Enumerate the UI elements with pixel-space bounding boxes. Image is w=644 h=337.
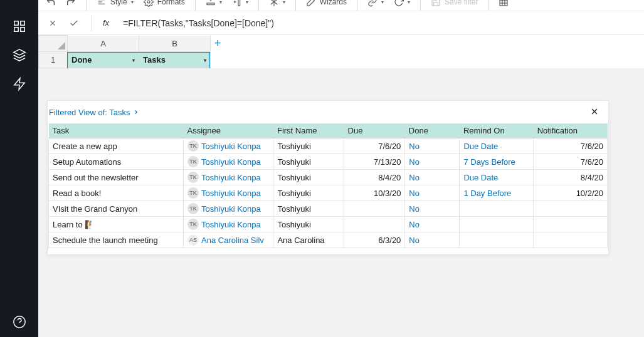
- confirm-formula-button[interactable]: [68, 18, 80, 29]
- cell-assignee[interactable]: ASAna Carolina Silv: [184, 232, 273, 248]
- column-header-b[interactable]: B: [139, 36, 211, 52]
- cell-remind[interactable]: Due Date: [460, 170, 534, 185]
- cancel-formula-button[interactable]: [47, 18, 58, 29]
- cell-done[interactable]: No: [405, 154, 460, 170]
- table-row[interactable]: VIsit the Grand CanyonTKToshiyuki KonpaT…: [49, 201, 608, 217]
- cell-done[interactable]: No: [405, 232, 460, 248]
- cell-assignee[interactable]: TKToshiyuki Konpa: [184, 138, 273, 154]
- insert-row-button[interactable]: ▾: [206, 0, 222, 8]
- add-column-button[interactable]: +: [211, 36, 230, 52]
- insert-col-button[interactable]: ▾: [232, 0, 248, 8]
- table-row[interactable]: Create a new appTKToshiyuki KonpaToshiyu…: [49, 138, 608, 154]
- cell-remind[interactable]: [460, 201, 534, 217]
- cell-task[interactable]: Setup Automations: [49, 154, 184, 170]
- cell-done[interactable]: No: [405, 138, 460, 154]
- wizards-dropdown[interactable]: Wizards: [306, 0, 347, 8]
- cell-first-name[interactable]: Toshiyuki: [273, 201, 344, 217]
- cell-done[interactable]: No: [405, 170, 460, 185]
- cell-task[interactable]: VIsit the Grand Canyon: [49, 201, 184, 217]
- cell-due[interactable]: [344, 217, 405, 232]
- cell-due[interactable]: 7/6/20: [344, 138, 405, 154]
- filtered-view-title[interactable]: Filtered View of: Tasks: [49, 108, 139, 117]
- avatar: TK: [187, 172, 199, 183]
- formats-dropdown[interactable]: Formats: [144, 0, 185, 8]
- sidebar-automation-icon[interactable]: [11, 75, 28, 93]
- cell-task[interactable]: Create a new app: [49, 138, 184, 154]
- row-header-1[interactable]: 1: [39, 52, 68, 68]
- cell-remind[interactable]: [460, 232, 534, 248]
- cell-assignee[interactable]: TKToshiyuki Konpa: [184, 154, 273, 170]
- avatar: TK: [187, 203, 199, 214]
- col-assignee[interactable]: Assignee: [184, 123, 273, 138]
- col-due[interactable]: Due: [344, 123, 405, 138]
- cell-assignee[interactable]: TKToshiyuki Konpa: [184, 170, 273, 185]
- filtered-table: Task Assignee First Name Due Done Remind…: [48, 123, 608, 248]
- cell-remind[interactable]: Due Date: [460, 138, 534, 154]
- cell-due[interactable]: 6/3/20: [344, 232, 405, 248]
- cell-due[interactable]: 10/3/20: [344, 185, 405, 201]
- cell-task[interactable]: Read a book!: [49, 185, 184, 201]
- close-panel-button[interactable]: [589, 106, 599, 118]
- col-first-name[interactable]: First Name: [273, 123, 344, 138]
- select-all-corner[interactable]: [39, 36, 68, 52]
- dropdown-icon[interactable]: ▾: [204, 57, 206, 63]
- sidebar-help-icon[interactable]: [11, 313, 28, 331]
- cell-due[interactable]: 8/4/20: [344, 170, 405, 185]
- cell-remind[interactable]: 1 Day Before: [460, 185, 534, 201]
- cell-notification[interactable]: [534, 201, 608, 217]
- redo-button[interactable]: [66, 0, 76, 8]
- table-button[interactable]: [499, 0, 509, 8]
- cell-first-name[interactable]: Toshiyuki: [273, 217, 344, 232]
- formula-input[interactable]: [123, 18, 562, 28]
- table-row[interactable]: Send out the newsletterTKToshiyuki Konpa…: [49, 170, 608, 185]
- cell-done[interactable]: No: [405, 185, 460, 201]
- svg-rect-9: [207, 3, 214, 5]
- cell-notification[interactable]: 7/6/20: [534, 138, 608, 154]
- sidebar-grid-icon[interactable]: [11, 18, 28, 35]
- cell-remind[interactable]: [460, 217, 534, 232]
- cell-assignee[interactable]: TKToshiyuki Konpa: [184, 185, 273, 201]
- table-row[interactable]: Schedule the launch meetingASAna Carolin…: [49, 232, 608, 248]
- svg-marker-5: [14, 78, 24, 90]
- refresh-button[interactable]: ▾: [394, 0, 410, 8]
- cell-assignee[interactable]: TKToshiyuki Konpa: [184, 217, 273, 232]
- cell-first-name[interactable]: Toshiyuki: [273, 138, 344, 154]
- cell-done[interactable]: No: [405, 201, 460, 217]
- cell-first-name[interactable]: Toshiyuki: [273, 170, 344, 185]
- dropdown-icon[interactable]: ▾: [132, 57, 135, 63]
- cell-due[interactable]: [344, 201, 405, 217]
- chevron-right-icon: [133, 109, 139, 115]
- style-dropdown[interactable]: Style ▾: [97, 0, 134, 8]
- col-remind-on[interactable]: Remind On: [460, 123, 534, 138]
- freeze-button[interactable]: ▾: [269, 0, 285, 8]
- cell-assignee[interactable]: TKToshiyuki Konpa: [184, 201, 273, 217]
- cell-first-name[interactable]: Toshiyuki: [273, 154, 344, 170]
- cell-notification[interactable]: 8/4/20: [534, 170, 608, 185]
- sidebar-layers-icon[interactable]: [11, 46, 28, 64]
- cell-due[interactable]: 7/13/20: [344, 154, 405, 170]
- cell-done[interactable]: No: [405, 217, 460, 232]
- undo-button[interactable]: [46, 0, 56, 8]
- table-row[interactable]: Setup AutomationsTKToshiyuki KonpaToshiy…: [49, 154, 608, 170]
- svg-rect-2: [14, 28, 18, 31]
- cell-a1[interactable]: Done▾: [68, 52, 139, 68]
- formats-label: Formats: [157, 0, 185, 6]
- cell-task[interactable]: Schedule the launch meeting: [49, 232, 184, 248]
- cell-notification[interactable]: 7/6/20: [534, 154, 608, 170]
- col-done[interactable]: Done: [405, 123, 460, 138]
- cell-remind[interactable]: 7 Days Before: [460, 154, 534, 170]
- col-task[interactable]: Task: [49, 123, 184, 138]
- cell-task[interactable]: Send out the newsletter: [49, 170, 184, 185]
- cell-notification[interactable]: [534, 217, 608, 232]
- cell-b1[interactable]: Tasks▾: [139, 52, 211, 68]
- cell-notification[interactable]: [534, 232, 608, 248]
- cell-task[interactable]: Learn to 🧗: [49, 217, 184, 232]
- table-row[interactable]: Read a book!TKToshiyuki KonpaToshiyuki10…: [49, 185, 608, 201]
- cell-notification[interactable]: 10/2/20: [534, 185, 608, 201]
- column-header-a[interactable]: A: [68, 36, 139, 52]
- link-button[interactable]: ▾: [367, 0, 384, 8]
- cell-first-name[interactable]: Toshiyuki: [273, 185, 344, 201]
- col-notification[interactable]: Notification: [534, 123, 608, 138]
- table-row[interactable]: Learn to 🧗TKToshiyuki KonpaToshiyukiNo: [49, 217, 608, 232]
- cell-first-name[interactable]: Ana Carolina: [273, 232, 344, 248]
